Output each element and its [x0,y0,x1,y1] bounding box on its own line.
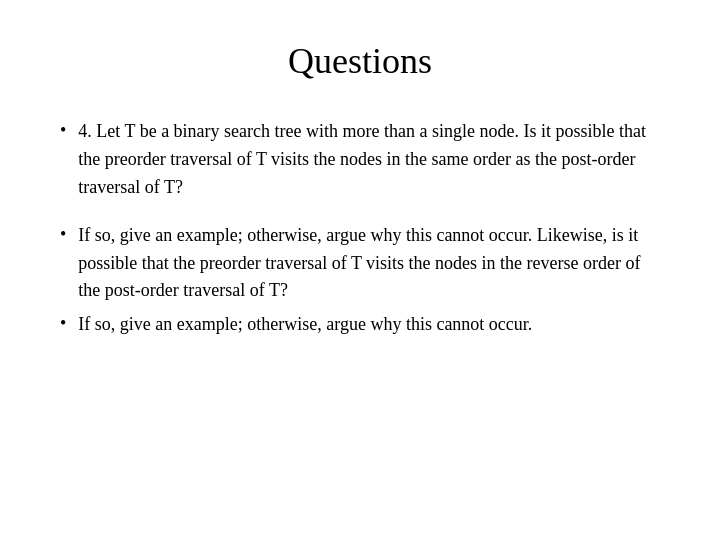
list-item: • If so, give an example; otherwise, arg… [60,222,660,306]
list-item: • If so, give an example; otherwise, arg… [60,311,660,339]
bullet-text-2: If so, give an example; otherwise, argue… [78,222,660,306]
content-area: • 4. Let T be a binary search tree with … [60,118,660,500]
bullet-symbol-1: • [60,120,66,141]
page-title: Questions [60,40,660,82]
bullet-text-1: 4. Let T be a binary search tree with mo… [78,118,660,202]
bullet-text-3: If so, give an example; otherwise, argue… [78,311,532,339]
bullet-symbol-2: • [60,224,66,245]
sub-bullets-group: • If so, give an example; otherwise, arg… [60,222,660,346]
bullet-symbol-3: • [60,313,66,334]
page: Questions • 4. Let T be a binary search … [0,0,720,540]
list-item: • 4. Let T be a binary search tree with … [60,118,660,202]
